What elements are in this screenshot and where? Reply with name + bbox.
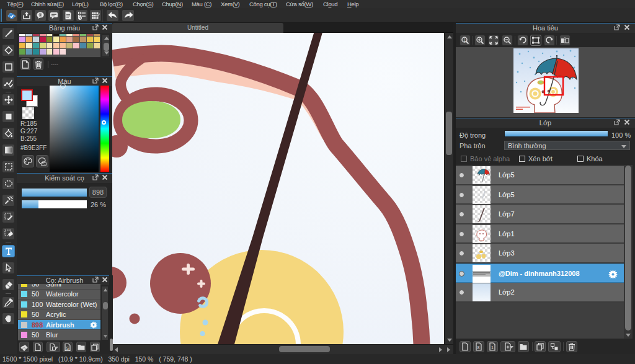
- svg-text:1: 1: [491, 345, 494, 350]
- svg-text:S: S: [66, 345, 69, 350]
- svg-text:1: 1: [464, 38, 466, 42]
- svg-text:8: 8: [477, 345, 480, 350]
